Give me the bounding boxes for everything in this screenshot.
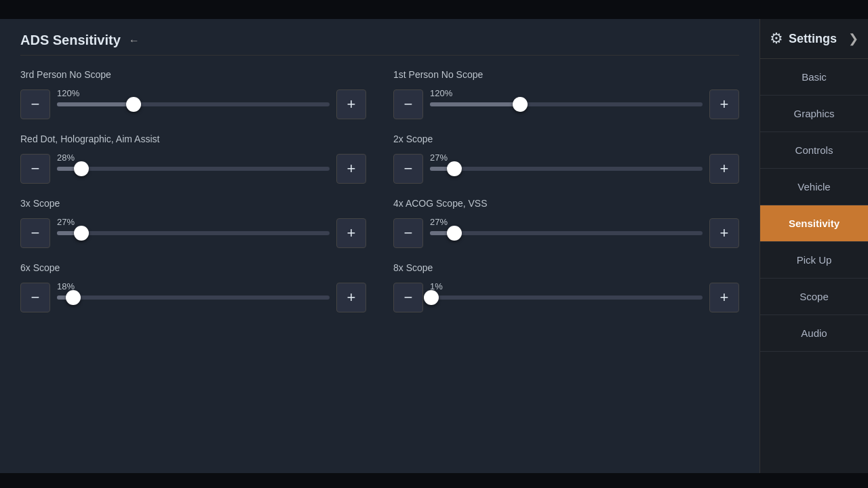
sidebar: ⚙ Settings ❯ BasicGraphicsControlsVehicl… bbox=[760, 19, 868, 473]
slider-section-red-dot: Red Dot, Holographic, Aim Assist−28%+ bbox=[20, 134, 366, 184]
slider-value-red-dot: 28% bbox=[57, 152, 330, 163]
slider-track-wrapper-4x-acog[interactable] bbox=[430, 231, 703, 249]
slider-row-6x-scope: −18%+ bbox=[20, 281, 366, 313]
slider-thumb-1st-person-no-scope[interactable] bbox=[513, 97, 528, 112]
plus-button-3rd-person-no-scope[interactable]: + bbox=[336, 89, 366, 119]
slider-container-3rd-person-no-scope: 120% bbox=[57, 88, 330, 120]
slider-container-red-dot: 28% bbox=[57, 152, 330, 184]
slider-value-2x-scope: 27% bbox=[430, 152, 703, 163]
minus-button-8x-scope[interactable]: − bbox=[393, 283, 423, 312]
back-arrow-icon[interactable]: ← bbox=[129, 35, 140, 47]
slider-label-8x-scope: 8x Scope bbox=[393, 262, 739, 273]
slider-track-3rd-person-no-scope bbox=[57, 102, 330, 106]
slider-label-red-dot: Red Dot, Holographic, Aim Assist bbox=[20, 134, 366, 144]
slider-label-6x-scope: 6x Scope bbox=[20, 262, 366, 273]
slider-track-wrapper-red-dot[interactable] bbox=[57, 167, 330, 184]
plus-button-8x-scope[interactable]: + bbox=[709, 283, 739, 312]
slider-container-4x-acog: 27% bbox=[430, 217, 703, 249]
minus-button-4x-acog[interactable]: − bbox=[393, 218, 423, 248]
slider-row-2x-scope: −27%+ bbox=[393, 152, 739, 184]
slider-container-8x-scope: 1% bbox=[430, 281, 703, 313]
main-panel: ADS Sensitivity ← 3rd Person No Scope−12… bbox=[0, 19, 760, 473]
slider-label-3rd-person-no-scope: 3rd Person No Scope bbox=[20, 69, 366, 80]
plus-button-4x-acog[interactable]: + bbox=[709, 218, 739, 248]
slider-track-wrapper-3x-scope[interactable] bbox=[57, 231, 330, 249]
slider-track-wrapper-6x-scope[interactable] bbox=[57, 296, 330, 313]
plus-button-red-dot[interactable]: + bbox=[336, 154, 366, 184]
plus-button-1st-person-no-scope[interactable]: + bbox=[709, 89, 739, 119]
slider-value-1st-person-no-scope: 120% bbox=[430, 88, 703, 98]
slider-container-3x-scope: 27% bbox=[57, 217, 330, 249]
page-title: ADS Sensitivity bbox=[20, 33, 121, 48]
plus-button-2x-scope[interactable]: + bbox=[709, 154, 739, 184]
slider-value-3x-scope: 27% bbox=[57, 217, 330, 227]
minus-button-3rd-person-no-scope[interactable]: − bbox=[20, 89, 50, 119]
slider-section-6x-scope: 6x Scope−18%+ bbox=[20, 262, 366, 313]
sidebar-item-vehicle[interactable]: Vehicle bbox=[760, 169, 868, 205]
slider-thumb-red-dot[interactable] bbox=[74, 161, 89, 176]
slider-row-1st-person-no-scope: −120%+ bbox=[393, 88, 739, 120]
section-header: ADS Sensitivity ← bbox=[20, 33, 739, 56]
slider-fill-3rd-person-no-scope bbox=[57, 102, 134, 106]
slider-row-3x-scope: −27%+ bbox=[20, 217, 366, 249]
sidebar-item-pickup[interactable]: Pick Up bbox=[760, 242, 868, 279]
sidebar-item-audio[interactable]: Audio bbox=[760, 315, 868, 352]
sidebar-item-graphics[interactable]: Graphics bbox=[760, 96, 868, 132]
slider-track-wrapper-3rd-person-no-scope[interactable] bbox=[57, 102, 330, 120]
sidebar-item-scope[interactable]: Scope bbox=[760, 279, 868, 315]
slider-container-6x-scope: 18% bbox=[57, 281, 330, 313]
slider-track-1st-person-no-scope bbox=[430, 102, 703, 106]
slider-thumb-6x-scope[interactable] bbox=[66, 290, 81, 305]
slider-container-2x-scope: 27% bbox=[430, 152, 703, 184]
slider-row-3rd-person-no-scope: −120%+ bbox=[20, 88, 366, 120]
slider-thumb-3x-scope[interactable] bbox=[74, 226, 89, 241]
slider-label-3x-scope: 3x Scope bbox=[20, 198, 366, 209]
slider-label-2x-scope: 2x Scope bbox=[393, 134, 739, 144]
slider-label-1st-person-no-scope: 1st Person No Scope bbox=[393, 69, 739, 80]
slider-section-3x-scope: 3x Scope−27%+ bbox=[20, 198, 366, 249]
slider-value-4x-acog: 27% bbox=[430, 217, 703, 227]
slider-section-2x-scope: 2x Scope−27%+ bbox=[393, 134, 739, 184]
sidebar-header: ⚙ Settings ❯ bbox=[760, 19, 868, 59]
slider-thumb-8x-scope[interactable] bbox=[424, 290, 439, 305]
minus-button-3x-scope[interactable]: − bbox=[20, 218, 50, 248]
slider-fill-1st-person-no-scope bbox=[430, 102, 520, 106]
slider-track-3x-scope bbox=[57, 231, 330, 235]
slider-thumb-4x-acog[interactable] bbox=[447, 226, 462, 241]
slider-value-8x-scope: 1% bbox=[430, 281, 703, 291]
minus-button-6x-scope[interactable]: − bbox=[20, 283, 50, 312]
slider-section-8x-scope: 8x Scope−1%+ bbox=[393, 262, 739, 313]
sliders-grid: 3rd Person No Scope−120%+1st Person No S… bbox=[20, 69, 739, 313]
slider-track-4x-acog bbox=[430, 231, 703, 235]
slider-thumb-3rd-person-no-scope[interactable] bbox=[126, 97, 141, 112]
slider-row-4x-acog: −27%+ bbox=[393, 217, 739, 249]
slider-track-6x-scope bbox=[57, 296, 330, 300]
slider-track-red-dot bbox=[57, 167, 330, 171]
plus-button-3x-scope[interactable]: + bbox=[336, 218, 366, 248]
slider-section-4x-acog: 4x ACOG Scope, VSS−27%+ bbox=[393, 198, 739, 249]
slider-track-2x-scope bbox=[430, 167, 703, 171]
minus-button-2x-scope[interactable]: − bbox=[393, 154, 423, 184]
close-icon[interactable]: ❯ bbox=[848, 31, 859, 46]
slider-track-wrapper-1st-person-no-scope[interactable] bbox=[430, 102, 703, 120]
plus-button-6x-scope[interactable]: + bbox=[336, 283, 366, 312]
slider-section-1st-person-no-scope: 1st Person No Scope−120%+ bbox=[393, 69, 739, 120]
slider-track-8x-scope bbox=[430, 296, 703, 300]
slider-container-1st-person-no-scope: 120% bbox=[430, 88, 703, 120]
sidebar-item-basic[interactable]: Basic bbox=[760, 59, 868, 96]
gear-icon: ⚙ bbox=[770, 30, 783, 47]
sidebar-item-controls[interactable]: Controls bbox=[760, 132, 868, 169]
slider-thumb-2x-scope[interactable] bbox=[447, 161, 462, 176]
slider-track-wrapper-2x-scope[interactable] bbox=[430, 167, 703, 184]
minus-button-1st-person-no-scope[interactable]: − bbox=[393, 89, 423, 119]
sidebar-menu: BasicGraphicsControlsVehicleSensitivityP… bbox=[760, 59, 868, 473]
slider-section-3rd-person-no-scope: 3rd Person No Scope−120%+ bbox=[20, 69, 366, 120]
sidebar-title: Settings bbox=[789, 32, 837, 46]
slider-label-4x-acog: 4x ACOG Scope, VSS bbox=[393, 198, 739, 209]
slider-value-6x-scope: 18% bbox=[57, 281, 330, 291]
slider-row-8x-scope: −1%+ bbox=[393, 281, 739, 313]
slider-track-wrapper-8x-scope[interactable] bbox=[430, 296, 703, 313]
sidebar-item-sensitivity[interactable]: Sensitivity bbox=[760, 205, 868, 242]
minus-button-red-dot[interactable]: − bbox=[20, 154, 50, 184]
slider-value-3rd-person-no-scope: 120% bbox=[57, 88, 330, 98]
